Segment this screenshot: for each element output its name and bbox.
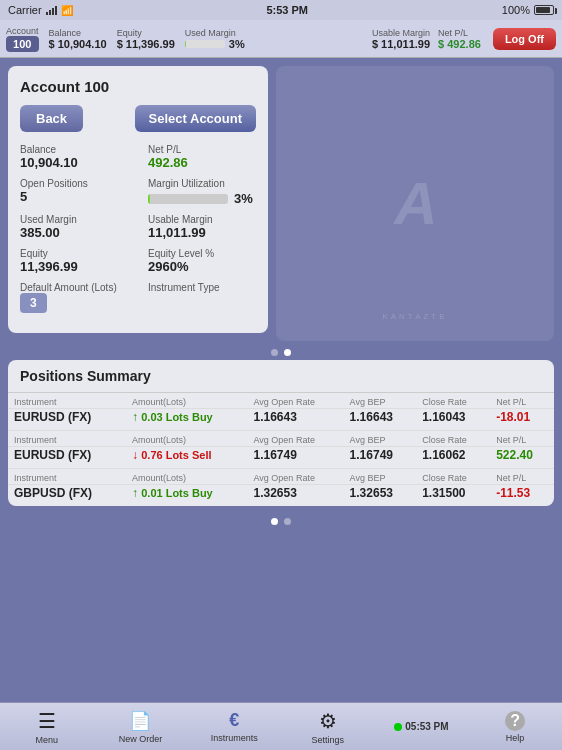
balance-value: $ 10,904.10	[49, 38, 107, 50]
chart-watermark-sub: KANTAZTE	[382, 312, 447, 321]
col-amount-label-1: Amount(Lots)	[126, 431, 248, 447]
col-netpl-label: Net P/L	[490, 393, 554, 409]
col-avgbep-label: Avg BEP	[344, 393, 417, 409]
netpl-value-2: -11.53	[490, 485, 554, 507]
netpl-value-0: -18.01	[490, 409, 554, 431]
avgopenrate-value-1: 1.16749	[248, 447, 344, 469]
carrier-label: Carrier	[8, 4, 42, 16]
nav-new-order[interactable]: 📄 New Order	[113, 710, 168, 744]
margin-bar-wrap: 3%	[148, 191, 256, 206]
positions-table: Instrument Amount(Lots) Avg Open Rate Av…	[8, 393, 554, 506]
clock-status-dot	[394, 723, 402, 731]
back-button[interactable]: Back	[20, 105, 83, 132]
card-marginutil-label: Margin Utilization	[148, 178, 256, 189]
table-row: Instrument Amount(Lots) Avg Open Rate Av…	[8, 393, 554, 409]
bottom-dot-2[interactable]	[284, 518, 291, 525]
dot-2[interactable]	[284, 349, 291, 356]
top-area: Account 100 Back Select Account Balance …	[8, 66, 554, 341]
card-marginutil-value: 3%	[234, 191, 253, 206]
help-icon: ?	[505, 711, 525, 731]
bottom-dot-1[interactable]	[271, 518, 278, 525]
nav-menu[interactable]: ☰ Menu	[19, 709, 74, 745]
col-avgbep-label-1: Avg BEP	[344, 431, 417, 447]
slide-dots	[8, 345, 554, 360]
col-avgopenrate-label-1: Avg Open Rate	[248, 431, 344, 447]
usable-margin-cell: Usable Margin $ 11,011.99	[372, 28, 430, 50]
status-time: 5:53 PM	[266, 4, 308, 16]
card-instrtype-col: Instrument Type	[148, 282, 256, 313]
account-label: Account	[6, 26, 39, 36]
equity-label: Equity	[117, 28, 175, 38]
card-marginutil-col: Margin Utilization 3%	[148, 178, 256, 206]
col-netpl-label-2: Net P/L	[490, 469, 554, 485]
default-amount-badge: 3	[20, 293, 47, 313]
account-cell: Account 100	[6, 26, 39, 52]
menu-icon: ☰	[38, 709, 56, 733]
card-usedmargin-col: Used Margin 385.00	[20, 214, 128, 240]
avgbep-value-0: 1.16643	[344, 409, 417, 431]
chart-watermark: A	[394, 169, 435, 238]
col-amount-label-2: Amount(Lots)	[126, 469, 248, 485]
battery-icon	[534, 5, 554, 15]
main-content: Account 100 Back Select Account Balance …	[0, 58, 562, 702]
defaultamt-instrtype-row: Default Amount (Lots) 3 Instrument Type	[20, 282, 256, 313]
equity-equitylevel-row: Equity 11,396.99 Equity Level % 2960%	[20, 248, 256, 274]
card-usablemargin-col: Usable Margin 11,011.99	[148, 214, 256, 240]
nav-menu-label: Menu	[36, 735, 59, 745]
wifi-icon: 📶	[61, 5, 73, 16]
table-row: Instrument Amount(Lots) Avg Open Rate Av…	[8, 431, 554, 447]
card-netpl-value: 492.86	[148, 155, 256, 170]
battery-percent: 100%	[502, 4, 530, 16]
dot-1[interactable]	[271, 349, 278, 356]
instrument-value-0: EURUSD (FX)	[8, 409, 126, 431]
account-card-title: Account 100	[20, 78, 256, 95]
card-openpos-label: Open Positions	[20, 178, 128, 189]
card-balance-value: 10,904.10	[20, 155, 128, 170]
lots-sell-1: 0.76 Lots Sell	[141, 449, 211, 461]
avgbep-value-2: 1.32653	[344, 485, 417, 507]
card-openpos-col: Open Positions 5	[20, 178, 128, 206]
arrow-down-icon-1: ↓	[132, 448, 138, 462]
card-usablemargin-value: 11,011.99	[148, 225, 256, 240]
arrow-up-icon-2: ↑	[132, 486, 138, 500]
avgopenrate-value-0: 1.16643	[248, 409, 344, 431]
card-balance-label: Balance	[20, 144, 128, 155]
header-bar: Account 100 Balance $ 10,904.10 Equity $…	[0, 20, 562, 58]
col-instrument-label: Instrument	[8, 393, 126, 409]
lots-buy-2: 0.01 Lots Buy	[141, 487, 213, 499]
col-avgopenrate-label-2: Avg Open Rate	[248, 469, 344, 485]
balance-cell: Balance $ 10,904.10	[49, 28, 107, 50]
col-closerate-label: Close Rate	[416, 393, 490, 409]
nav-help[interactable]: ? Help	[488, 711, 543, 743]
used-margin-label: Used Margin	[185, 28, 364, 38]
col-avgopenrate-label: Avg Open Rate	[248, 393, 344, 409]
nav-instruments[interactable]: € Instruments	[207, 710, 262, 743]
table-row: EURUSD (FX) ↓ 0.76 Lots Sell 1.16749 1.1…	[8, 447, 554, 469]
nav-settings[interactable]: ⚙ Settings	[300, 709, 355, 745]
col-netpl-label-1: Net P/L	[490, 431, 554, 447]
amount-value-1: ↓ 0.76 Lots Sell	[126, 447, 248, 469]
new-order-icon: 📄	[129, 710, 151, 732]
nav-time-value: 05:53 PM	[405, 721, 448, 732]
select-account-button[interactable]: Select Account	[135, 105, 256, 132]
signal-icon	[46, 5, 57, 15]
col-avgbep-label-2: Avg BEP	[344, 469, 417, 485]
openpos-margin-row: Open Positions 5 Margin Utilization 3%	[20, 178, 256, 206]
used-margin-cell: Used Margin 3%	[185, 28, 364, 50]
closerate-value-0: 1.16043	[416, 409, 490, 431]
card-equitylevel-label: Equity Level %	[148, 248, 256, 259]
card-equitylevel-col: Equity Level % 2960%	[148, 248, 256, 274]
log-off-button[interactable]: Log Off	[493, 28, 556, 50]
col-closerate-label-1: Close Rate	[416, 431, 490, 447]
card-instrtype-label: Instrument Type	[148, 282, 256, 293]
nav-settings-label: Settings	[312, 735, 345, 745]
card-netpl-col: Net P/L 492.86	[148, 144, 256, 170]
card-equity-col: Equity 11,396.99	[20, 248, 128, 274]
card-equitylevel-value: 2960%	[148, 259, 256, 274]
col-instrument-label-1: Instrument	[8, 431, 126, 447]
balance-netpl-row: Balance 10,904.10 Net P/L 492.86	[20, 144, 256, 170]
settings-icon: ⚙	[319, 709, 337, 733]
col-closerate-label-2: Close Rate	[416, 469, 490, 485]
nav-new-order-label: New Order	[119, 734, 163, 744]
card-defaultamt-col: Default Amount (Lots) 3	[20, 282, 128, 313]
